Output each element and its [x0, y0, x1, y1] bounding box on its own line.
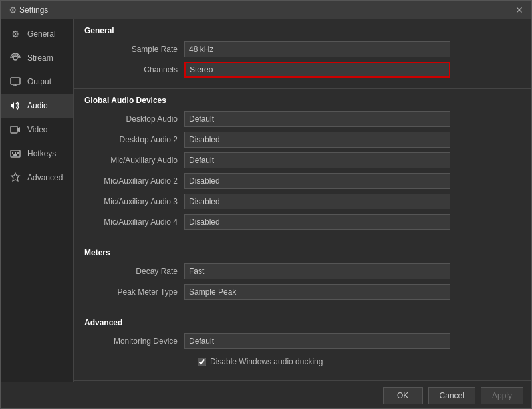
window-title: Settings — [19, 5, 513, 15]
svg-rect-2 — [11, 126, 17, 133]
sidebar: ⚙ General Stream Output Audio — [1, 19, 74, 382]
sample-rate-label: Sample Rate — [84, 45, 184, 54]
desktop-audio2-select[interactable]: Disabled — [184, 132, 450, 148]
audio-icon — [9, 99, 22, 112]
mic-aux3-control: Disabled — [184, 194, 450, 209]
mic-aux-wrapper: Default — [184, 152, 450, 168]
desktop-audio2-label: Desktop Audio 2 — [84, 135, 184, 144]
sidebar-item-output[interactable]: Output — [1, 70, 73, 94]
desktop-audio-wrapper: Default — [184, 111, 450, 127]
mic-aux4-select[interactable]: Disabled — [184, 214, 450, 230]
monitoring-select[interactable]: Default — [184, 333, 450, 349]
channels-wrapper: Stereo — [184, 62, 450, 78]
sidebar-item-advanced[interactable]: Advanced — [1, 166, 73, 190]
sample-rate-row: Sample Rate 48 kHz — [84, 41, 521, 58]
sidebar-label-stream: Stream — [27, 53, 53, 63]
hotkeys-icon — [9, 147, 22, 160]
ducking-label: Disable Windows audio ducking — [210, 357, 323, 366]
mic-aux2-select[interactable]: Disabled — [184, 173, 450, 189]
mic-aux4-wrapper: Disabled — [184, 214, 450, 230]
sidebar-label-hotkeys: Hotkeys — [27, 149, 56, 158]
mic-aux4-row: Mic/Auxiliary Audio 4 Disabled — [84, 213, 521, 231]
desktop-audio-control: Default — [184, 111, 450, 127]
sidebar-item-general[interactable]: ⚙ General — [1, 22, 73, 46]
mic-aux-label: Mic/Auxiliary Audio — [84, 156, 184, 165]
sidebar-item-stream[interactable]: Stream — [1, 46, 73, 70]
sidebar-item-video[interactable]: Video — [1, 118, 73, 142]
video-icon — [9, 123, 22, 136]
channels-row: Channels Stereo — [84, 61, 521, 78]
content-area: ⚙ General Stream Output Audio — [1, 19, 531, 382]
output-icon — [9, 75, 22, 88]
peak-meter-label: Peak Meter Type — [84, 287, 184, 297]
decay-rate-wrapper: Fast — [184, 263, 450, 279]
sample-rate-control: 48 kHz — [184, 41, 450, 57]
general-icon: ⚙ — [9, 27, 22, 41]
mic-aux-select[interactable]: Default — [184, 152, 450, 168]
desktop-audio-label: Desktop Audio — [84, 114, 184, 124]
mic-aux2-label: Mic/Auxiliary Audio 2 — [84, 176, 184, 186]
peak-meter-control: Sample Peak — [184, 284, 450, 300]
peak-meter-row: Peak Meter Type Sample Peak — [84, 283, 521, 301]
ducking-checkbox[interactable] — [198, 358, 206, 366]
svg-point-0 — [13, 56, 17, 60]
desktop-audio-select[interactable]: Default — [184, 111, 450, 127]
peak-meter-select[interactable]: Sample Peak — [184, 284, 450, 300]
channels-label: Channels — [84, 65, 184, 74]
desktop-audio-row: Desktop Audio Default — [84, 110, 521, 128]
meters-section: Meters Decay Rate Fast Peak Meter Type — [74, 241, 531, 311]
desktop-audio2-row: Desktop Audio 2 Disabled — [84, 131, 521, 148]
desktop-audio2-control: Disabled — [184, 132, 450, 148]
decay-rate-label: Decay Rate — [84, 267, 184, 276]
sidebar-item-hotkeys[interactable]: Hotkeys — [1, 142, 73, 166]
svg-rect-1 — [11, 78, 20, 84]
global-audio-title: Global Audio Devices — [84, 96, 521, 105]
ok-button[interactable]: OK — [383, 387, 423, 404]
svg-rect-6 — [17, 152, 19, 154]
ducking-checkbox-row: Disable Windows audio ducking — [198, 355, 323, 368]
sidebar-label-general: General — [27, 29, 56, 39]
advanced-title: Advanced — [84, 318, 521, 327]
sample-rate-wrapper: 48 kHz — [184, 41, 450, 57]
monitoring-wrapper: Default — [184, 333, 450, 349]
mic-aux-row: Mic/Auxiliary Audio Default — [84, 152, 521, 169]
sidebar-item-audio[interactable]: Audio — [1, 94, 73, 118]
monitoring-control: Default — [184, 333, 450, 349]
decay-rate-select[interactable]: Fast — [184, 263, 450, 279]
apply-button[interactable]: Apply — [481, 387, 523, 404]
mic-aux4-control: Disabled — [184, 214, 450, 230]
title-bar: ⚙ Settings ✕ — [1, 1, 531, 19]
mic-aux4-label: Mic/Auxiliary Audio 4 — [84, 217, 184, 227]
settings-title-icon: ⚙ — [6, 3, 19, 17]
meters-title: Meters — [84, 248, 521, 257]
mic-aux3-select[interactable]: Disabled — [184, 194, 450, 209]
svg-rect-5 — [15, 152, 16, 154]
global-audio-section: Global Audio Devices Desktop Audio Defau… — [74, 89, 531, 241]
sample-rate-select[interactable]: 48 kHz — [184, 41, 450, 57]
general-section: General Sample Rate 48 kHz Channels — [74, 19, 531, 89]
settings-window: ⚙ Settings ✕ ⚙ General Stream Output — [0, 0, 532, 409]
decay-rate-control: Fast — [184, 263, 450, 279]
general-section-title: General — [84, 26, 521, 35]
mic-aux-control: Default — [184, 152, 450, 168]
decay-rate-row: Decay Rate Fast — [84, 263, 521, 280]
stream-icon — [9, 51, 22, 65]
monitoring-label: Monitoring Device — [84, 337, 184, 346]
svg-rect-7 — [13, 154, 17, 156]
mic-aux2-row: Mic/Auxiliary Audio 2 Disabled — [84, 172, 521, 190]
peak-meter-wrapper: Sample Peak — [184, 284, 450, 300]
svg-rect-4 — [12, 152, 13, 154]
sidebar-label-advanced: Advanced — [27, 173, 63, 182]
close-button[interactable]: ✕ — [513, 3, 526, 17]
mic-aux3-label: Mic/Auxiliary Audio 3 — [84, 197, 184, 206]
sidebar-label-output: Output — [27, 77, 51, 86]
mic-aux3-wrapper: Disabled — [184, 194, 450, 209]
sidebar-label-audio: Audio — [27, 101, 48, 110]
channels-select[interactable]: Stereo — [184, 62, 450, 78]
advanced-icon — [9, 171, 22, 184]
main-content: General Sample Rate 48 kHz Channels — [74, 19, 531, 382]
ducking-row: Disable Windows audio ducking — [84, 353, 521, 370]
channels-control: Stereo — [184, 62, 450, 78]
cancel-button[interactable]: Cancel — [428, 387, 475, 404]
desktop-audio2-wrapper: Disabled — [184, 132, 450, 148]
